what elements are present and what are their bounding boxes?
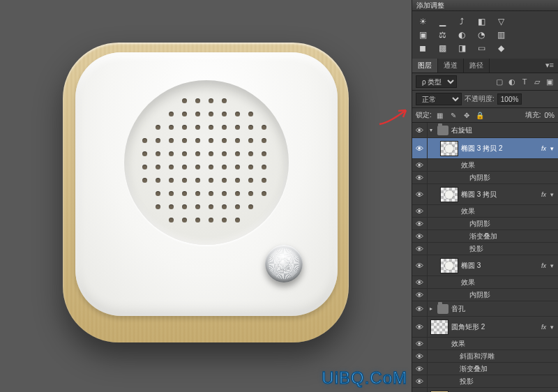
metal-knob	[265, 245, 303, 282]
adj-balance-icon[interactable]: ⚖	[436, 29, 448, 40]
filter-pixel-icon[interactable]: ▢	[495, 77, 504, 86]
filter-shape-icon[interactable]: ▱	[532, 77, 542, 86]
layer-thumb	[430, 319, 448, 335]
fx-effects[interactable]: 效果	[448, 339, 465, 349]
visibility-toggle[interactable]: 👁	[412, 317, 428, 337]
tab-layers[interactable]: 图层	[412, 59, 438, 73]
adj-bw-icon[interactable]: ◐	[455, 29, 468, 40]
adjustments-panel: ☀ ▁ ⤴ ◧ ▽ ▣ ⚖ ◐ ◔ ▥ ◼ ▩ ◨ ▭ ◆	[412, 11, 558, 59]
filter-adjust-icon[interactable]: ◐	[507, 77, 517, 86]
fill-value[interactable]: 0%	[545, 112, 555, 119]
opacity-value[interactable]: 100%	[497, 93, 522, 105]
fx-grad-overlay[interactable]: 渐变叠加	[457, 364, 488, 374]
lock-paint-icon[interactable]: ✎	[448, 110, 458, 120]
fx-drop-shadow[interactable]: 投影	[467, 244, 483, 254]
layers-tabs: 图层 通道 路径 ▾≡	[412, 59, 558, 73]
adj-gradmap-icon[interactable]: ▭	[475, 43, 488, 54]
adj-thresh-icon[interactable]: ◨	[455, 43, 468, 54]
layer-thumb	[440, 187, 458, 202]
visibility-toggle[interactable]: 👁	[412, 138, 428, 158]
fx-chevron-icon[interactable]: ▾	[550, 145, 558, 152]
lock-all-icon[interactable]: 🔒	[475, 110, 485, 120]
adjustments-title: 添加调整	[412, 0, 558, 11]
fx-badge[interactable]: fx	[537, 191, 550, 198]
adj-invert-icon[interactable]: ◼	[416, 43, 429, 54]
fill-label: 填充:	[525, 110, 541, 120]
adj-levels-icon[interactable]: ▁	[436, 16, 448, 27]
adj-selcolor-icon[interactable]: ◆	[495, 43, 507, 54]
fx-grad-overlay[interactable]: 渐变叠加	[467, 232, 497, 241]
fx-bevel[interactable]: 斜面和浮雕	[457, 352, 495, 361]
tab-channels[interactable]: 通道	[438, 59, 464, 73]
layer-ellipse3-copy2[interactable]: 👁 椭圆 3 拷贝 2 fx ▾	[412, 138, 558, 159]
filter-kind-select[interactable]: ρ 类型	[416, 75, 457, 88]
panel-menu-icon[interactable]: ▾≡	[541, 59, 558, 73]
layer-thumb	[440, 258, 458, 273]
adj-exposure-icon[interactable]: ◧	[475, 16, 488, 27]
fx-effects[interactable]: 效果	[458, 278, 475, 287]
fx-badge[interactable]: fx	[537, 145, 550, 152]
fx-inner-shadow[interactable]: 内阴影	[467, 290, 490, 300]
adj-brightness-icon[interactable]: ☀	[416, 16, 429, 27]
fx-chevron-icon[interactable]: ▾	[550, 191, 558, 198]
fx-badge[interactable]: fx	[537, 324, 550, 331]
lock-move-icon[interactable]: ✥	[462, 110, 472, 120]
layer-filter-bar: ρ 类型 ▢ ◐ T ▱ ▣	[412, 73, 558, 91]
adj-photo-icon[interactable]: ◔	[475, 29, 488, 40]
layer-wood-copy[interactable]: 👁 木纹 拷贝 fx ▾	[412, 388, 558, 392]
lock-trans-icon[interactable]: ▦	[435, 110, 445, 120]
layer-ellipse3-copy[interactable]: 👁 椭圆 3 拷贝 fx ▾	[412, 184, 558, 205]
filter-type-icon[interactable]: T	[520, 77, 529, 86]
layer-tree[interactable]: 👁 ▾ 右旋钮 👁 椭圆 3 拷贝 2 fx ▾ 👁效果 👁内阴影 👁 椭圆 3…	[412, 123, 558, 392]
adj-mixer-icon[interactable]: ▥	[495, 29, 507, 40]
opacity-label: 不透明度:	[465, 94, 495, 104]
fx-chevron-icon[interactable]: ▾	[550, 262, 558, 269]
filter-smart-icon[interactable]: ▣	[545, 77, 555, 86]
layer-ellipse3[interactable]: 👁 椭圆 3 fx ▾	[412, 255, 558, 276]
blend-row: 正常 不透明度: 100%	[412, 91, 558, 108]
visibility-toggle[interactable]: 👁	[412, 123, 428, 137]
layer-round-rect2[interactable]: 👁 圆角矩形 2 fx ▾	[412, 317, 558, 338]
fx-chevron-icon[interactable]: ▾	[550, 324, 558, 331]
visibility-toggle[interactable]: 👁	[412, 388, 428, 392]
lock-row: 锁定: ▦ ✎ ✥ 🔒 填充: 0%	[412, 108, 558, 123]
blend-mode-select[interactable]: 正常	[416, 93, 462, 105]
tab-paths[interactable]: 路径	[464, 59, 490, 73]
fx-inner-shadow[interactable]: 内阴影	[467, 173, 490, 183]
speaker-grill	[124, 80, 289, 245]
folder-icon	[437, 304, 448, 314]
folder-icon	[437, 126, 448, 135]
fx-badge[interactable]: fx	[537, 262, 550, 269]
visibility-toggle[interactable]: 👁	[412, 301, 428, 316]
fx-drop-shadow[interactable]: 投影	[457, 377, 474, 386]
lock-label: 锁定:	[416, 110, 432, 120]
adj-curves-icon[interactable]: ⤴	[455, 16, 468, 27]
right-panel-stack: 添加调整 ☀ ▁ ⤴ ◧ ▽ ▣ ⚖ ◐ ◔ ▥ ◼ ▩ ◨ ▭ ◆ 图层 通道…	[412, 0, 558, 392]
adj-hue-icon[interactable]: ▣	[416, 29, 429, 40]
visibility-toggle[interactable]: 👁	[412, 255, 428, 276]
layer-thumb	[440, 141, 458, 156]
fx-inner-shadow[interactable]: 内阴影	[467, 219, 490, 229]
adj-poster-icon[interactable]: ▩	[436, 43, 448, 54]
group-holes[interactable]: 👁 ▸ 音孔	[412, 301, 558, 317]
canvas	[0, 0, 412, 392]
adj-vibrance-icon[interactable]: ▽	[495, 16, 507, 27]
icon-artwork	[49, 29, 363, 363]
visibility-toggle[interactable]: 👁	[412, 184, 428, 204]
group-right-knob[interactable]: 👁 ▾ 右旋钮	[412, 123, 558, 138]
fx-effects[interactable]: 效果	[458, 206, 475, 216]
fx-effects[interactable]: 效果	[458, 160, 475, 170]
